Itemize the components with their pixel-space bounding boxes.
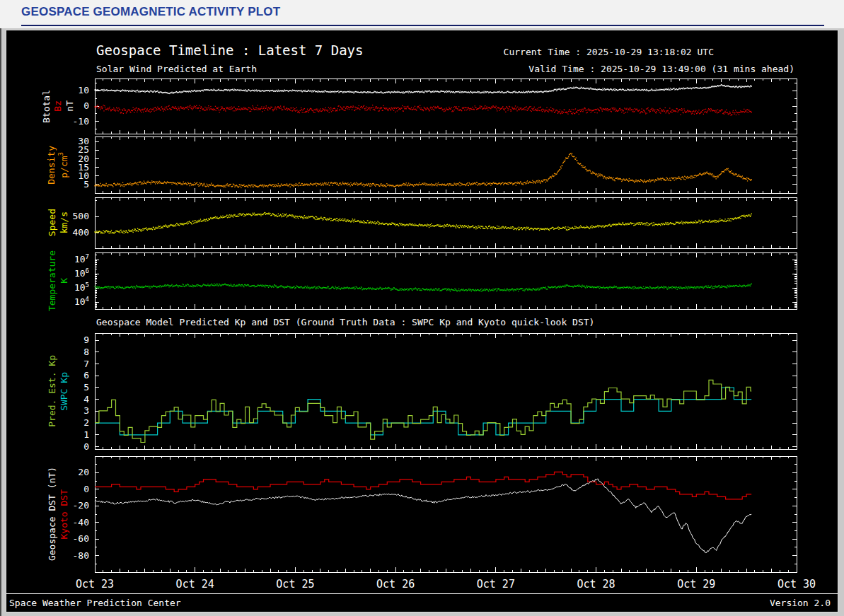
axis-label-text: Speed: [47, 209, 57, 236]
axis-label-text: nT: [65, 100, 75, 112]
svg-text:Oct 23: Oct 23: [76, 578, 114, 591]
axis-label-text: Geospace DST (nT): [47, 467, 57, 561]
svg-text:Oct 29: Oct 29: [677, 578, 715, 591]
geospace-activity-plot: Geospace Timeline : Latest 7 Days Curren…: [6, 30, 838, 612]
svg-text:Oct 30: Oct 30: [777, 578, 816, 591]
axis-label-text: SWPC Kp: [59, 372, 69, 411]
axis-label-text: p/cm3: [58, 152, 69, 178]
chart-footer: Space Weather Prediction Center Version …: [6, 593, 838, 612]
footer-version: Version 2.0: [770, 598, 831, 608]
footer-credit: Space Weather Prediction Center: [9, 598, 181, 608]
y-axis-label-dst: Geospace DST (nT)Kyoto DST: [25, 456, 91, 572]
y-axis-label-kp-index: Pred. Est. KpSWPC Kp: [25, 333, 91, 449]
axis-label-text: Bz: [53, 100, 63, 112]
page: GEOSPACE GEOMAGNETIC ACTIVITY PLOT Geosp…: [0, 0, 844, 612]
svg-text:Oct 26: Oct 26: [376, 578, 415, 591]
svg-text:Oct 25: Oct 25: [276, 578, 314, 591]
page-title: GEOSPACE GEOMAGNETIC ACTIVITY PLOT: [21, 5, 824, 19]
y-axis-label-density: Densityp/cm3: [25, 136, 91, 193]
y-axis-label-temperature: TemperatureK: [25, 252, 91, 309]
axis-label-text: km/s: [59, 211, 69, 233]
svg-text:Oct 28: Oct 28: [577, 578, 615, 591]
axis-label-text: Kyoto DST: [59, 489, 69, 539]
plot-canvas: 100-103025201510550040010710610510498765…: [6, 30, 839, 595]
title-underline: [21, 25, 824, 26]
svg-text:Oct 24: Oct 24: [176, 578, 214, 591]
axis-label-text: K: [59, 278, 69, 284]
y-axis-label-magnetic-field: BtotalBznT: [25, 79, 91, 134]
svg-text:Oct 27: Oct 27: [477, 578, 515, 591]
page-header: GEOSPACE GEOMAGNETIC ACTIVITY PLOT: [0, 0, 844, 28]
axis-label-text: Density: [47, 146, 57, 185]
axis-label-text: Pred. Est. Kp: [47, 355, 57, 427]
y-axis-label-speed: Speedkm/s: [25, 197, 91, 248]
axis-label-text: Btotal: [42, 90, 52, 123]
axis-label-text: Temperature: [47, 250, 57, 311]
